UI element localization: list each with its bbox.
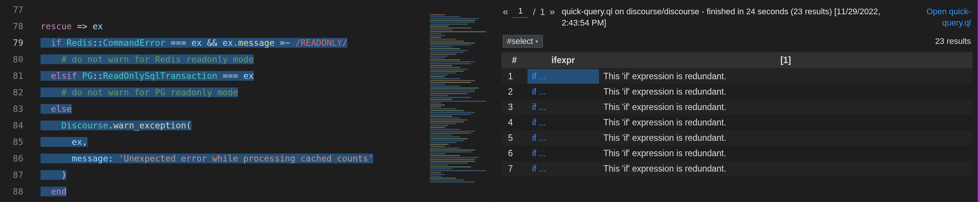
results-header: « / 1 » quick-query.ql on discourse/disc… xyxy=(494,0,980,32)
code-line[interactable]: ) xyxy=(30,167,493,183)
col-index[interactable]: # xyxy=(501,52,528,68)
table-row[interactable]: 3if ...This 'if' expression is redundant… xyxy=(501,100,972,115)
code-line[interactable]: elsif PG::ReadOnlySqlTransaction === ex xyxy=(30,68,493,84)
cell-message: This 'if' expression is redundant. xyxy=(599,100,972,115)
code-line[interactable] xyxy=(30,2,493,18)
results-table-wrap: # ifexpr [1] 1if ...This 'if' expression… xyxy=(494,51,980,202)
table-row[interactable]: 7if ...This 'if' expression is redundant… xyxy=(501,161,972,176)
table-row[interactable]: 6if ...This 'if' expression is redundant… xyxy=(501,146,972,161)
table-row[interactable]: 5if ...This 'if' expression is redundant… xyxy=(501,130,972,145)
code-line[interactable]: message: 'Unexpected error while process… xyxy=(30,150,493,167)
cell-index: 6 xyxy=(501,146,528,161)
col-message[interactable]: [1] xyxy=(599,52,972,68)
code-line[interactable]: rescue => ex xyxy=(30,18,493,35)
editor-area[interactable]: 77787980818283848586878889 rescue => ex … xyxy=(0,0,493,202)
minimap[interactable] xyxy=(428,13,493,202)
results-toolbar: #select ▾ 23 results xyxy=(494,32,980,51)
cell-message: This 'if' expression is redundant. xyxy=(599,115,972,130)
results-pager: « / 1 » xyxy=(503,6,555,17)
cell-message: This 'if' expression is redundant. xyxy=(599,84,972,99)
results-count: 23 results xyxy=(935,37,971,46)
cell-index: 1 xyxy=(501,69,528,84)
table-row[interactable]: 1if ...This 'if' expression is redundant… xyxy=(501,69,972,84)
code-line[interactable]: if Redis::CommandError === ex && ex.mess… xyxy=(30,35,493,51)
pager-separator: / xyxy=(533,7,535,17)
pager-next-icon[interactable]: » xyxy=(550,6,555,17)
select-label: #select xyxy=(507,37,533,46)
code-line[interactable]: ex, xyxy=(30,134,493,150)
table-row[interactable]: 4if ...This 'if' expression is redundant… xyxy=(501,115,972,130)
cell-message: This 'if' expression is redundant. xyxy=(599,161,972,176)
cell-ifexpr-link[interactable]: if ... xyxy=(528,69,599,84)
chevron-down-icon: ▾ xyxy=(535,38,538,44)
cell-index: 4 xyxy=(501,115,528,130)
editor-pane: [discourse/discourse source archive]›hom… xyxy=(0,0,494,202)
code-line[interactable]: else xyxy=(30,101,493,117)
col-ifexpr[interactable]: ifexpr xyxy=(528,52,599,68)
cell-ifexpr-link[interactable]: if ... xyxy=(528,130,599,145)
cell-ifexpr-link[interactable]: if ... xyxy=(528,115,599,130)
code-line[interactable]: Discourse.warn_exception( xyxy=(30,117,493,134)
select-dropdown[interactable]: #select ▾ xyxy=(503,35,543,48)
cell-index: 3 xyxy=(501,100,528,115)
code-line[interactable]: end xyxy=(30,183,493,200)
cell-message: This 'if' expression is redundant. xyxy=(599,146,972,161)
cell-index: 5 xyxy=(501,130,528,145)
cell-ifexpr-link[interactable]: if ... xyxy=(528,146,599,161)
line-gutter: 77787980818283848586878889 xyxy=(0,0,30,202)
pager-current-input[interactable] xyxy=(512,6,528,17)
code-line[interactable]: # do not warn for Redis readonly mode xyxy=(30,51,493,68)
cell-ifexpr-link[interactable]: if ... xyxy=(528,84,599,99)
results-pane: « / 1 » quick-query.ql on discourse/disc… xyxy=(494,0,980,202)
cell-ifexpr-link[interactable]: if ... xyxy=(528,161,599,176)
table-row[interactable]: 2if ...This 'if' expression is redundant… xyxy=(501,84,972,99)
cell-message: This 'if' expression is redundant. xyxy=(599,69,972,84)
pager-prev-icon[interactable]: « xyxy=(503,6,508,17)
pager-total: 1 xyxy=(540,7,545,17)
code-line[interactable]: end xyxy=(30,200,493,202)
open-query-link[interactable]: Open quick-query.ql xyxy=(907,6,971,28)
results-title: quick-query.ql on discourse/discourse - … xyxy=(562,6,900,28)
code-view[interactable]: rescue => ex if Redis::CommandError === … xyxy=(30,0,493,202)
cell-ifexpr-link[interactable]: if ... xyxy=(528,100,599,115)
cell-index: 7 xyxy=(501,161,528,176)
cell-index: 2 xyxy=(501,84,528,99)
code-line[interactable]: # do not warn for PG readonly mode xyxy=(30,84,493,101)
cell-message: This 'if' expression is redundant. xyxy=(599,130,972,145)
results-table: # ifexpr [1] 1if ...This 'if' expression… xyxy=(501,51,972,177)
